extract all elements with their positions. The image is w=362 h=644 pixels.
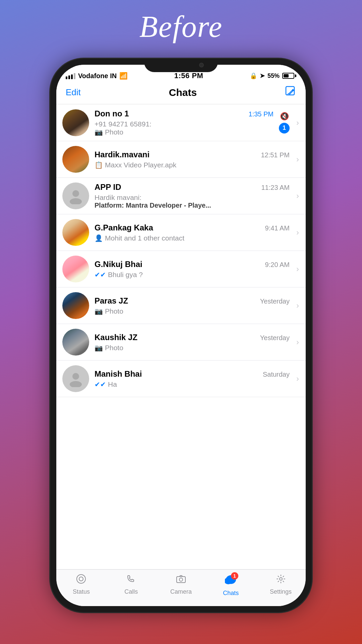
chat-right-don: 🔇 1	[279, 112, 290, 133]
camera-icon-paras: 📷	[95, 307, 103, 315]
avatar-kaushik	[62, 329, 89, 356]
compose-icon	[285, 86, 296, 97]
svg-point-2	[72, 190, 79, 197]
svg-point-9	[179, 578, 183, 581]
chats-tab-badge: 1	[231, 572, 238, 580]
tab-status[interactable]: Status	[56, 574, 106, 595]
avatar-pankag	[62, 219, 89, 246]
chat-name-pankag: G.Pankag Kaka	[95, 223, 153, 232]
signal-icon	[66, 72, 75, 79]
wifi-icon: 📶	[119, 72, 128, 80]
person-icon-pankag: 👤	[95, 234, 103, 242]
chats-tab-label: Chats	[223, 590, 239, 597]
chat-preview-kaushik: Photo	[105, 344, 290, 352]
phone-frame: Vodafone IN 📶 1:56 PM 🔒 ➤ 55% Edit Chats	[50, 59, 312, 612]
avatar-hardik	[62, 146, 89, 173]
unread-badge-don: 1	[279, 123, 290, 133]
page-title: Chats	[169, 87, 197, 98]
chat-content-don: Don no 1 1:35 PM +91 94271 65891: 📷 Phot…	[95, 109, 274, 136]
notch	[144, 59, 218, 72]
chat-time-don: 1:35 PM	[249, 110, 274, 118]
chat-name-kaushik: Kaushik JZ	[95, 333, 137, 342]
file-icon-hardik: 📋	[95, 161, 103, 169]
chat-item-pankag[interactable]: G.Pankag Kaka 9:41 AM 👤 Mohit and 1 othe…	[56, 214, 306, 251]
status-left: Vodafone IN 📶	[66, 72, 128, 80]
lock-icon: 🔒	[250, 72, 257, 79]
compose-button[interactable]	[285, 86, 296, 99]
chat-content-hardik: Hardik.mavani 12:51 PM 📋 Maxx Video Play…	[95, 150, 290, 169]
status-tab-icon	[76, 574, 86, 587]
chat-content-app-id: APP ID 11:23 AM Hardik mavani: Platform:…	[95, 182, 290, 209]
chat-time-pankag: 9:41 AM	[265, 224, 290, 232]
carrier-label: Vodafone IN	[78, 72, 117, 80]
svg-rect-8	[177, 577, 185, 583]
chevron-app-id: ›	[296, 191, 299, 201]
status-time: 1:56 PM	[174, 71, 203, 80]
chat-preview-nikuj: Bhuli gya ?	[108, 271, 290, 279]
tab-settings[interactable]: Settings	[256, 574, 306, 595]
chevron-don: ›	[296, 118, 299, 127]
svg-point-3	[70, 198, 82, 204]
before-title: Before	[139, 9, 223, 44]
settings-tab-icon	[276, 574, 286, 587]
chat-time-paras: Yesterday	[260, 298, 290, 305]
avatar-manish	[62, 365, 89, 392]
chat-item-paras[interactable]: Paras JZ Yesterday 📷 Photo ›	[56, 287, 306, 324]
location-icon: ➤	[260, 72, 265, 79]
avatar-don-no-1	[62, 109, 89, 136]
chat-time-manish: Saturday	[263, 371, 290, 378]
chat-preview-pankag: Mohit and 1 other contact	[105, 234, 290, 242]
camera-icon-kaushik: 📷	[95, 344, 103, 352]
camera-tab-label: Camera	[170, 588, 192, 595]
chat-name-hardik: Hardik.mavani	[95, 150, 149, 159]
chat-time-app-id: 11:23 AM	[261, 184, 290, 192]
mute-icon-don: 🔇	[280, 112, 289, 121]
camera-tab-icon	[176, 574, 186, 587]
tab-calls[interactable]: Calls	[106, 574, 156, 595]
battery-icon	[282, 73, 296, 79]
tab-camera[interactable]: Camera	[156, 574, 206, 595]
notch-camera	[199, 63, 204, 67]
avatar-paras	[62, 292, 89, 319]
chat-item-app-id[interactable]: APP ID 11:23 AM Hardik mavani: Platform:…	[56, 178, 306, 214]
chevron-manish: ›	[296, 374, 299, 383]
chat-time-kaushik: Yesterday	[260, 334, 290, 342]
chat-item-nikuj[interactable]: G.Nikuj Bhai 9:20 AM ✔✔ Bhuli gya ? ›	[56, 251, 306, 287]
svg-point-7	[79, 577, 83, 581]
chat-preview-hardik: Maxx Video Player.apk	[105, 161, 290, 169]
chat-item-manish[interactable]: Manish Bhai Saturday ✔✔ Ha ›	[56, 361, 306, 397]
avatar-app-id	[62, 182, 89, 209]
chat-time-nikuj: 9:20 AM	[265, 261, 290, 269]
camera-icon-don: 📷	[95, 128, 103, 136]
tab-chats[interactable]: 1 Chats	[206, 574, 256, 597]
chat-item-hardik[interactable]: Hardik.mavani 12:51 PM 📋 Maxx Video Play…	[56, 141, 306, 178]
chat-content-manish: Manish Bhai Saturday ✔✔ Ha	[95, 369, 290, 388]
chat-time-hardik: 12:51 PM	[261, 151, 290, 159]
chats-tab-icon: 1	[225, 574, 237, 588]
phone-screen: Vodafone IN 📶 1:56 PM 🔒 ➤ 55% Edit Chats	[56, 65, 306, 606]
chat-preview-don: Photo	[105, 128, 274, 136]
chat-item-don-no-1[interactable]: Don no 1 1:35 PM +91 94271 65891: 📷 Phot…	[56, 104, 306, 141]
chat-name-manish: Manish Bhai	[95, 369, 142, 379]
chevron-nikuj: ›	[296, 264, 299, 274]
chat-list: Don no 1 1:35 PM +91 94271 65891: 📷 Phot…	[56, 104, 306, 569]
battery-percent: 55%	[267, 72, 280, 79]
svg-point-12	[280, 578, 282, 580]
chat-name-don: Don no 1	[95, 109, 129, 118]
chevron-pankag: ›	[296, 228, 299, 237]
double-check-nikuj: ✔✔	[95, 271, 106, 279]
double-check-manish: ✔✔	[95, 380, 106, 388]
chat-name-nikuj: G.Nikuj Bhai	[95, 260, 142, 269]
svg-point-4	[72, 373, 79, 380]
chat-phone-don: +91 94271 65891:	[95, 120, 152, 128]
avatar-nikuj	[62, 256, 89, 282]
chevron-hardik: ›	[296, 155, 299, 164]
settings-tab-label: Settings	[270, 588, 292, 595]
chat-item-kaushik[interactable]: Kaushik JZ Yesterday 📷 Photo ›	[56, 324, 306, 361]
edit-button[interactable]: Edit	[66, 87, 81, 98]
chat-preview-manish: Ha	[108, 380, 290, 388]
chat-content-pankag: G.Pankag Kaka 9:41 AM 👤 Mohit and 1 othe…	[95, 223, 290, 242]
chat-name-paras: Paras JZ	[95, 296, 128, 306]
svg-point-6	[77, 575, 85, 583]
tab-bar: Status Calls Camera	[56, 569, 306, 606]
